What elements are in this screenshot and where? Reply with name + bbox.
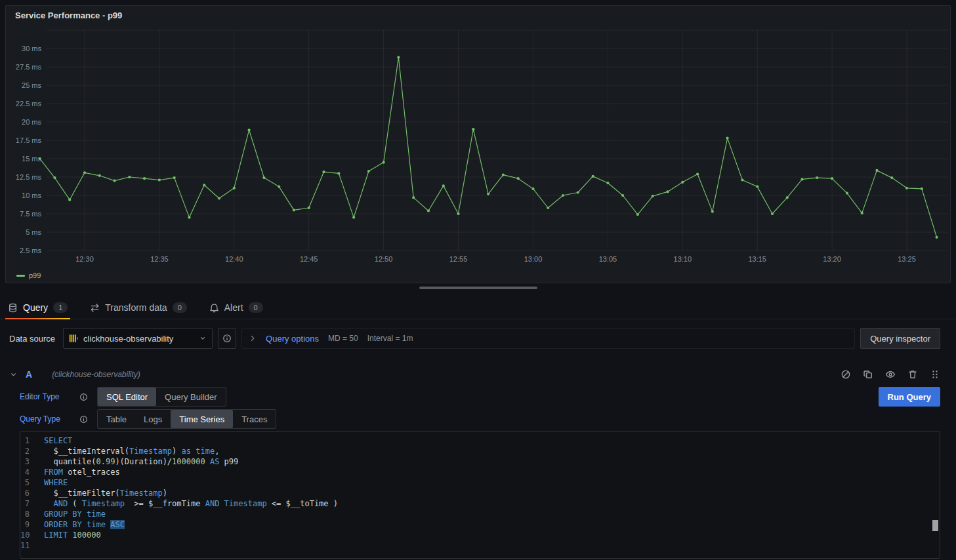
svg-text:13:00: 13:00 xyxy=(524,255,543,263)
max-data-points-value: MD = 50 xyxy=(328,334,358,343)
option-traces[interactable]: Traces xyxy=(233,410,276,428)
tab-label: Query xyxy=(23,302,48,313)
line-number: 8 xyxy=(20,509,44,519)
code-line: 1SELECT xyxy=(20,435,940,446)
query-ref-id: A xyxy=(26,369,32,380)
svg-text:13:05: 13:05 xyxy=(599,255,617,263)
svg-text:17.5 ms: 17.5 ms xyxy=(16,136,42,144)
tab-label: Alert xyxy=(224,302,243,313)
svg-text:30 ms: 30 ms xyxy=(22,45,41,52)
editor-type-selector: SQL EditorQuery Builder xyxy=(97,387,226,407)
svg-text:13:15: 13:15 xyxy=(748,255,766,263)
query-datasource-hint: (clickhouse-observability) xyxy=(52,370,140,379)
option-table[interactable]: Table xyxy=(98,410,135,428)
run-query-button[interactable]: Run Query xyxy=(879,387,940,407)
duplicate-query-icon[interactable] xyxy=(863,369,873,380)
svg-text:12:30: 12:30 xyxy=(75,255,94,263)
option-sql-editor[interactable]: SQL Editor xyxy=(98,388,156,406)
query-type-label-box: Query Type xyxy=(20,414,97,424)
tab-count-badge: 1 xyxy=(53,302,68,313)
svg-text:10 ms: 10 ms xyxy=(22,191,41,199)
datasource-help-button[interactable] xyxy=(218,328,236,349)
hide-response-eye-icon[interactable] xyxy=(885,369,896,380)
svg-text:22.5 ms: 22.5 ms xyxy=(16,100,42,108)
transform-arrows-icon xyxy=(90,303,100,313)
code-line: 4FROM otel_traces xyxy=(20,467,940,477)
editor-type-row: Editor Type SQL EditorQuery Builder Run … xyxy=(20,387,940,407)
option-logs[interactable]: Logs xyxy=(135,410,171,428)
horizontal-scrollbar[interactable] xyxy=(419,287,537,289)
bell-icon xyxy=(209,303,219,313)
svg-text:12.5 ms: 12.5 ms xyxy=(16,173,42,181)
collapse-chevron-down-icon[interactable] xyxy=(9,370,18,379)
svg-text:27.5 ms: 27.5 ms xyxy=(16,63,42,71)
sql-code-lines: 1SELECT2 $__timeInterval(Timestamp) as t… xyxy=(20,435,940,551)
interval-value: Interval = 1m xyxy=(367,334,413,343)
code-line: 11 xyxy=(20,540,940,551)
query-inspector-button[interactable]: Query inspector xyxy=(860,328,940,349)
code-line: 5WHERE xyxy=(20,477,940,488)
query-type-row: Query Type TableLogsTime SeriesTraces xyxy=(20,409,940,429)
datasource-label: Data source xyxy=(9,334,55,344)
timeseries-panel: Service Performance - p99 2.5 ms5 ms7.5 … xyxy=(5,5,951,283)
line-number: 2 xyxy=(20,446,44,456)
tab-count-badge: 0 xyxy=(173,302,187,313)
sql-editor[interactable]: 1SELECT2 $__timeInterval(Timestamp) as t… xyxy=(20,431,940,559)
svg-text:2.5 ms: 2.5 ms xyxy=(20,247,42,254)
code-line: 9ORDER BY time ASC xyxy=(20,519,940,530)
query-editor-body: Editor Type SQL EditorQuery Builder Run … xyxy=(20,387,940,559)
svg-text:5 ms: 5 ms xyxy=(26,228,41,236)
tab-query[interactable]: Query 1 xyxy=(5,298,70,319)
drag-handle-icon[interactable] xyxy=(930,369,940,380)
svg-text:12:35: 12:35 xyxy=(150,255,169,263)
overview-ruler-selection-mark xyxy=(932,520,938,531)
line-number: 4 xyxy=(20,467,44,477)
info-circle-icon[interactable] xyxy=(79,393,88,401)
code-line: 3 quantile(0.99)(Duration)/1000000 AS p9… xyxy=(20,456,940,467)
code-line: 7 AND ( Timestamp >= $__fromTime AND Tim… xyxy=(20,498,940,509)
query-options-label: Query options xyxy=(266,334,319,344)
svg-text:12:55: 12:55 xyxy=(449,255,468,263)
svg-text:25 ms: 25 ms xyxy=(22,81,41,89)
legend-label: p99 xyxy=(29,271,41,279)
svg-text:13:25: 13:25 xyxy=(898,255,916,263)
tab-count-badge: 0 xyxy=(249,302,263,313)
query-type-selector: TableLogsTime SeriesTraces xyxy=(97,409,276,429)
editor-type-label-box: Editor Type xyxy=(20,392,97,401)
datasource-row: Data source clickhouse-observability Que… xyxy=(9,328,940,349)
panel-title: Service Performance - p99 xyxy=(15,10,122,20)
info-circle-icon[interactable] xyxy=(79,415,88,424)
line-number: 3 xyxy=(20,456,44,467)
code-line: 2 $__timeInterval(Timestamp) as time, xyxy=(20,446,940,456)
datasource-picker[interactable]: clickhouse-observability xyxy=(63,328,213,349)
remove-query-trash-icon[interactable] xyxy=(907,369,918,380)
clickhouse-logo-icon xyxy=(69,334,78,343)
svg-text:12:40: 12:40 xyxy=(225,255,243,263)
editor-type-label: Editor Type xyxy=(20,392,59,401)
svg-text:7.5 ms: 7.5 ms xyxy=(20,210,42,218)
tab-alert[interactable]: Alert 0 xyxy=(207,298,266,319)
line-number: 7 xyxy=(20,498,44,509)
legend-item-p99[interactable]: p99 xyxy=(16,271,41,279)
tab-transform-data[interactable]: Transform data 0 xyxy=(87,298,190,319)
svg-text:13:10: 13:10 xyxy=(674,255,692,263)
timeseries-chart[interactable]: 2.5 ms5 ms7.5 ms10 ms12.5 ms15 ms17.5 ms… xyxy=(6,24,950,266)
code-line: 10LIMIT 100000 xyxy=(20,530,940,540)
svg-text:13:20: 13:20 xyxy=(823,255,841,263)
line-number: 1 xyxy=(20,435,44,446)
info-circle-icon xyxy=(222,334,232,343)
panel-header: Service Performance - p99 xyxy=(6,6,950,24)
query-options-toggle[interactable]: Query options MD = 50 Interval = 1m xyxy=(241,328,855,349)
query-row-actions xyxy=(841,369,940,380)
line-number: 10 xyxy=(20,530,44,540)
query-type-label: Query Type xyxy=(20,414,60,424)
option-query-builder[interactable]: Query Builder xyxy=(156,388,225,406)
code-line: 6 $__timeFilter(Timestamp) xyxy=(20,488,940,498)
chevron-right-icon xyxy=(249,334,257,342)
svg-text:12:45: 12:45 xyxy=(300,255,318,263)
code-line: 8GROUP BY time xyxy=(20,509,940,519)
datasource-selected-value: clickhouse-observability xyxy=(83,334,173,344)
disable-query-icon[interactable] xyxy=(841,369,851,380)
option-time-series[interactable]: Time Series xyxy=(171,410,233,428)
chevron-down-icon xyxy=(199,334,207,342)
